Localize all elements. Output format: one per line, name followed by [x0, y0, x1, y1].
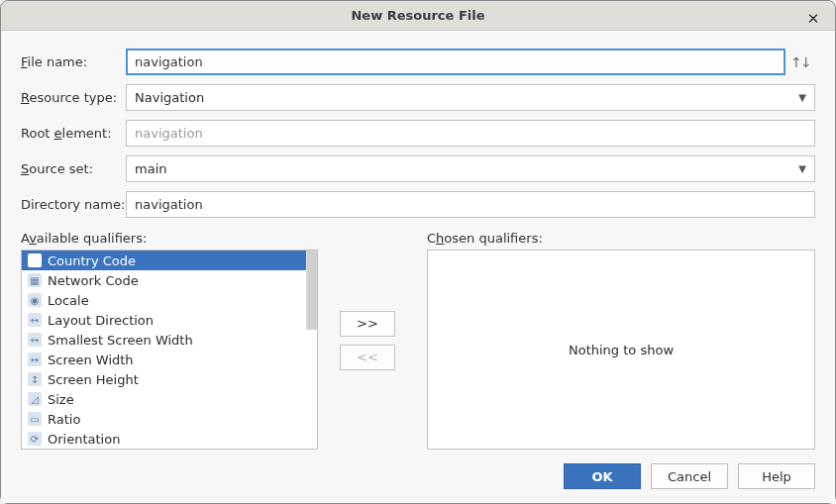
qualifier-icon: ⟳	[28, 432, 42, 446]
help-button[interactable]: Help	[738, 463, 815, 489]
add-qualifier-button[interactable]: >>	[340, 311, 395, 337]
available-qualifiers-list[interactable]: ▦Country Code▦Network Code◉Locale↔Layout…	[21, 250, 318, 450]
cancel-button[interactable]: Cancel	[651, 463, 728, 489]
chosen-qualifiers-list[interactable]: Nothing to show	[427, 250, 815, 450]
list-item[interactable]: ↕Screen Height	[22, 369, 317, 389]
close-icon[interactable]: ✕	[803, 9, 823, 29]
resource-type-value: Navigation	[135, 90, 204, 105]
root-element-label: Root element:	[21, 126, 126, 141]
source-set-value: main	[135, 161, 166, 176]
available-qualifiers-label: Available qualifiers:	[21, 231, 318, 246]
qualifier-label: Screen Height	[48, 372, 139, 387]
list-item[interactable]: ◉Locale	[22, 290, 317, 310]
list-item[interactable]: ↔Layout Direction	[22, 310, 317, 330]
file-name-label: File name:	[21, 54, 126, 69]
chosen-qualifiers-label: Chosen qualifiers:	[427, 231, 815, 246]
qualifier-label: Network Code	[48, 273, 139, 288]
qualifier-icon: ↕	[28, 372, 42, 386]
title-bar: New Resource File ✕	[1, 1, 835, 31]
qualifier-icon: ↔	[28, 313, 42, 327]
chevron-down-icon: ▼	[798, 163, 806, 174]
swap-icon[interactable]: ↑↓	[785, 54, 815, 70]
list-item[interactable]: ▦Network Code	[22, 270, 317, 290]
qualifier-label: Ratio	[48, 412, 80, 427]
qualifier-label: Locale	[48, 293, 89, 308]
qualifier-label: Smallest Screen Width	[48, 333, 193, 348]
file-name-input[interactable]	[126, 49, 785, 75]
list-item[interactable]: ↔Screen Width	[22, 350, 317, 369]
remove-qualifier-button[interactable]: <<	[340, 345, 395, 370]
qualifier-icon: ▭	[28, 412, 42, 426]
qualifier-icon: ↔	[28, 353, 42, 366]
chevron-down-icon: ▼	[798, 92, 806, 103]
list-item[interactable]: ◿Size	[22, 389, 317, 409]
qualifier-icon: ◉	[28, 293, 42, 307]
directory-name-input[interactable]	[126, 191, 815, 218]
source-set-select[interactable]: main ▼	[126, 155, 815, 182]
qualifier-label: Layout Direction	[48, 313, 154, 328]
resource-type-label: Resource type:	[21, 90, 126, 105]
qualifier-label: Country Code	[48, 253, 136, 268]
qualifier-icon: ↔	[28, 333, 42, 347]
qualifier-label: Screen Width	[48, 353, 134, 367]
qualifier-icon: ▦	[28, 253, 42, 267]
qualifier-icon: ▦	[28, 273, 42, 287]
ok-button[interactable]: OK	[564, 463, 641, 489]
source-set-label: Source set:	[21, 161, 126, 176]
qualifier-icon: ◿	[28, 392, 42, 406]
list-item[interactable]: ▦Country Code	[22, 251, 317, 270]
resource-type-select[interactable]: Navigation ▼	[126, 84, 815, 111]
qualifier-label: Orientation	[48, 432, 120, 447]
dialog-window: New Resource File ✕ File name: ↑↓ Resour…	[0, 0, 836, 504]
directory-name-label: Directory name:	[21, 197, 126, 212]
list-item[interactable]: ↔Smallest Screen Width	[22, 330, 317, 350]
qualifier-label: Size	[48, 392, 74, 407]
list-item[interactable]: ⟳Orientation	[22, 429, 317, 449]
dialog-content: File name: ↑↓ Resource type: Navigation …	[1, 31, 835, 503]
list-item[interactable]: ▭Ratio	[22, 409, 317, 429]
root-element-input[interactable]	[126, 120, 815, 147]
empty-text: Nothing to show	[569, 343, 674, 357]
window-title: New Resource File	[351, 8, 484, 23]
